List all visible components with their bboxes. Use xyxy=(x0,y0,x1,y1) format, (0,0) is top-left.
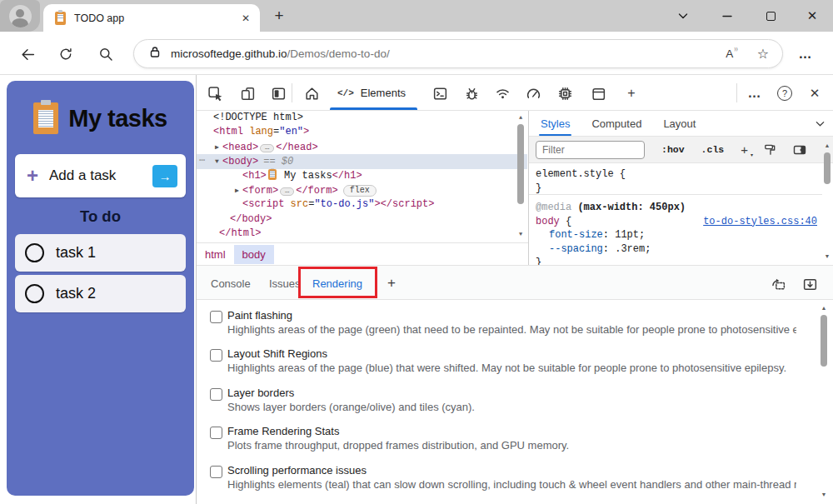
scroll-up-icon[interactable]: ▲ xyxy=(818,303,830,313)
add-task-input[interactable]: Add a task xyxy=(49,167,116,184)
tab-styles[interactable]: Styles xyxy=(541,111,570,136)
performance-gauge-icon[interactable] xyxy=(521,82,545,105)
scroll-thumb[interactable] xyxy=(517,124,524,204)
media-rule-section[interactable]: @media (max-width: 450px) body {to-do-st… xyxy=(529,197,833,265)
dock-side-icon[interactable] xyxy=(267,82,290,105)
expand-quick-view-icon[interactable] xyxy=(799,273,821,295)
tree-line[interactable]: </body> xyxy=(197,212,527,227)
flex-badge[interactable]: flex xyxy=(343,185,377,197)
profile-button[interactable] xyxy=(0,0,40,32)
rendering-panel: Paint flashing Highlights areas of the p… xyxy=(197,300,833,504)
scrolling-performance-checkbox[interactable] xyxy=(210,466,222,478)
tree-line[interactable]: <!DOCTYPE html> xyxy=(197,111,527,125)
option-label[interactable]: Paint flashing xyxy=(227,308,796,322)
breadcrumb-body[interactable]: body xyxy=(234,245,274,264)
toggle-computed-pane-icon[interactable] xyxy=(792,142,807,157)
tree-line-form[interactable]: ▶<form>…</form>flex xyxy=(197,183,527,197)
devtools-panel: </> Elements + … xyxy=(196,75,833,504)
styles-scrollbar[interactable]: ▲ ▼ xyxy=(821,141,833,262)
tree-line[interactable]: <html lang="en"> xyxy=(197,125,527,139)
tab-computed[interactable]: Computed xyxy=(591,111,641,136)
scroll-thumb[interactable] xyxy=(821,315,827,367)
help-icon[interactable]: ? xyxy=(773,82,796,105)
tree-line[interactable]: </html> xyxy=(197,227,527,241)
task-row[interactable]: task 1 xyxy=(15,234,186,272)
task-checkbox[interactable] xyxy=(25,243,44,262)
scroll-thumb[interactable] xyxy=(824,152,831,184)
tree-line-h1[interactable]: <h1> My tasks</h1> xyxy=(197,169,527,183)
frame-rendering-stats-checkbox[interactable] xyxy=(210,427,222,439)
title-bar: TODO app ✕ + ✕ xyxy=(0,0,833,32)
browser-menu-icon[interactable]: … xyxy=(793,43,818,65)
browser-tab[interactable]: TODO app ✕ xyxy=(43,4,260,32)
tab-issues[interactable]: Issues xyxy=(269,266,301,301)
debug-bug-icon[interactable] xyxy=(460,82,483,105)
new-tab-button[interactable]: + xyxy=(268,5,290,27)
application-storage-icon[interactable] xyxy=(586,82,610,105)
element-style-section[interactable]: element.style { } xyxy=(529,163,833,195)
console-icon[interactable] xyxy=(428,82,451,105)
styles-filter-input[interactable] xyxy=(536,141,645,159)
device-emulation-icon[interactable] xyxy=(236,82,259,105)
tree-line-body-selected[interactable]: ⋯▼<body>== $0 xyxy=(197,154,527,168)
drawer-more-tabs-icon[interactable]: + xyxy=(382,273,402,293)
favorite-star-icon[interactable]: ☆ xyxy=(757,46,769,62)
minimize-button[interactable] xyxy=(715,3,740,28)
option-label[interactable]: Scrolling performance issues xyxy=(227,463,796,477)
option-label[interactable]: Layer borders xyxy=(227,386,796,400)
refresh-device-icon[interactable] xyxy=(767,273,789,295)
format-brush-icon[interactable] xyxy=(763,142,777,157)
paint-flashing-checkbox[interactable] xyxy=(210,311,222,323)
search-icon[interactable] xyxy=(95,43,117,65)
devtools-menu-icon[interactable]: … xyxy=(743,82,766,105)
option-label[interactable]: Frame Rendering Stats xyxy=(227,424,796,438)
collapse-arrow-icon[interactable]: ▼ xyxy=(212,154,222,168)
node-menu-icon[interactable]: ⋯ xyxy=(199,154,206,168)
class-toggle-button[interactable]: .cls xyxy=(701,144,725,155)
refresh-icon[interactable] xyxy=(55,43,77,65)
more-tabs-plus-icon[interactable]: + xyxy=(620,82,643,105)
task-checkbox[interactable] xyxy=(25,284,44,303)
home-icon[interactable] xyxy=(300,82,323,105)
inline-expand-icon[interactable]: … xyxy=(280,187,294,196)
tree-scrollbar[interactable]: ▲ ▼ xyxy=(515,112,526,239)
hover-state-button[interactable]: :hov xyxy=(661,144,685,155)
scroll-up-icon[interactable]: ▲ xyxy=(515,112,526,122)
back-icon[interactable] xyxy=(17,43,38,65)
maximize-button[interactable] xyxy=(758,3,783,28)
layout-shift-regions-checkbox[interactable] xyxy=(210,349,222,362)
window-close-button[interactable]: ✕ xyxy=(800,3,825,28)
stylesheet-link[interactable]: to-do-styles.css:40 xyxy=(703,215,817,229)
inline-expand-icon[interactable]: … xyxy=(260,144,274,152)
scroll-up-icon[interactable]: ▲ xyxy=(821,141,833,151)
scroll-down-icon[interactable]: ▼ xyxy=(821,252,833,262)
network-conditions-wifi-icon[interactable] xyxy=(491,82,514,105)
sidebar-chevron-icon[interactable] xyxy=(815,117,826,132)
address-bar[interactable]: microsoftedge.github.io/Demos/demo-to-do… xyxy=(133,39,783,68)
tab-console[interactable]: Console xyxy=(211,266,251,301)
navigation-bar: microsoftedge.github.io/Demos/demo-to-do… xyxy=(0,32,833,75)
tab-elements[interactable]: </> Elements xyxy=(326,75,417,111)
tree-line-head[interactable]: ▶<head>…</head> xyxy=(197,140,527,154)
option-label[interactable]: Layout Shift Regions xyxy=(227,347,796,361)
new-style-rule-button[interactable]: +▾ xyxy=(741,142,748,157)
profile-avatar-icon xyxy=(9,5,32,27)
tab-close-icon[interactable]: ✕ xyxy=(242,12,250,24)
inspect-element-icon[interactable] xyxy=(203,82,227,105)
scroll-down-icon[interactable]: ▼ xyxy=(818,490,830,500)
add-task-submit-button[interactable]: → xyxy=(152,165,177,187)
devtools-close-icon[interactable]: ✕ xyxy=(803,82,826,105)
tree-line-script[interactable]: <script src="to-do.js"></script> xyxy=(197,197,527,212)
scroll-down-icon[interactable]: ▼ xyxy=(515,229,526,239)
rendering-scrollbar[interactable]: ▲ ▼ xyxy=(818,303,830,500)
add-task-form[interactable]: + Add a task → xyxy=(15,154,186,197)
memory-cpu-icon[interactable] xyxy=(553,82,576,105)
expand-arrow-icon[interactable]: ▶ xyxy=(232,183,242,197)
task-row[interactable]: task 2 xyxy=(15,275,186,312)
breadcrumb-html[interactable]: html xyxy=(197,245,234,264)
expand-arrow-icon[interactable]: ▶ xyxy=(212,140,222,154)
tab-layout[interactable]: Layout xyxy=(663,111,696,136)
layer-borders-checkbox[interactable] xyxy=(210,388,222,401)
tab-actions-chevron-icon[interactable] xyxy=(671,3,696,28)
read-aloud-icon[interactable]: A⁾⁾ xyxy=(726,47,736,60)
